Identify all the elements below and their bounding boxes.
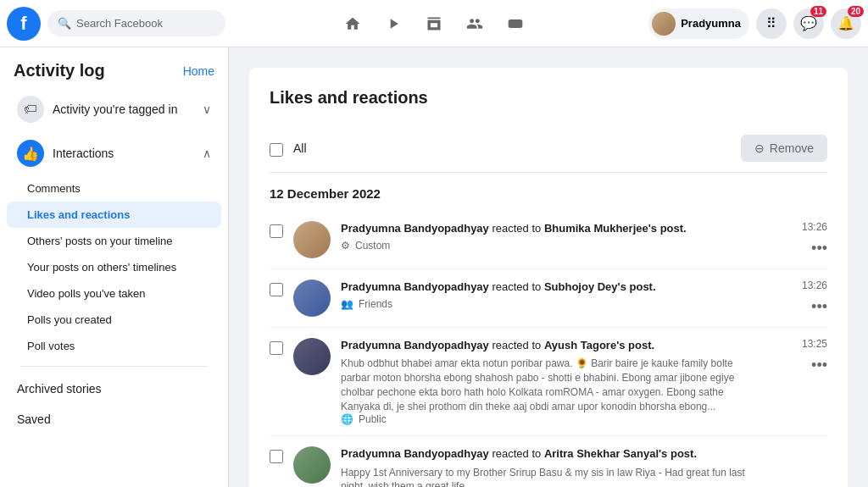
date-section: 12 December 2022: [270, 186, 827, 201]
item-3-checkbox[interactable]: [270, 341, 283, 355]
sidebar-item-tagged[interactable]: 🏷 Activity you're tagged in ∨: [7, 87, 221, 131]
activity-item: Pradyumna Bandyopadhyay reacted to Bhumi…: [270, 211, 827, 269]
item-1-action: reacted to: [492, 222, 543, 235]
item-left: 👍 Interactions: [17, 140, 114, 167]
sidebar-item-saved[interactable]: Saved: [7, 404, 221, 434]
nav-home-button[interactable]: [332, 3, 373, 44]
tagged-chevron: ∨: [203, 102, 211, 116]
nav-video-button[interactable]: [373, 3, 414, 44]
sidebar-sub-video-polls[interactable]: Video polls you've taken: [7, 280, 221, 307]
notifications-badge: 20: [848, 6, 864, 17]
item-3-text: Pradyumna Bandyopadhyay reacted to Ayush…: [341, 338, 792, 353]
item-2-right: 13:26 •••: [802, 279, 827, 316]
item-1-body: Pradyumna Bandyopadhyay reacted to Bhumi…: [341, 221, 792, 252]
archived-stories-label: Archived stories: [17, 382, 102, 396]
nav-groups-button[interactable]: [454, 3, 495, 44]
item-4-preview: Happy 1st Anniversary to my Brother Srir…: [341, 466, 765, 487]
item-1-meta: ⚙ Custom: [341, 240, 792, 252]
item-2-user: Pradyumna Bandyopadhyay: [341, 280, 489, 293]
interactions-label: Interactions: [53, 147, 114, 160]
item-4-user: Pradyumna Bandyopadhyay: [341, 447, 489, 460]
item-3-meta-icon: 🌐: [341, 413, 353, 425]
item-2-checkbox[interactable]: [270, 283, 283, 296]
item-1-target: Bhumika Mukherjee's post.: [544, 222, 687, 235]
remove-button[interactable]: ⊖ Remove: [741, 135, 827, 162]
item-2-meta-label: Friends: [359, 298, 392, 310]
sidebar-home-link[interactable]: Home: [183, 64, 214, 78]
item-1-right: 13:26 •••: [802, 221, 827, 257]
tagged-label: Activity you're tagged in: [53, 102, 177, 116]
sidebar-sub-likes[interactable]: Likes and reactions: [7, 202, 221, 228]
item-3-meta-label: Public: [359, 413, 387, 425]
saved-label: Saved: [17, 412, 51, 426]
sidebar-sub-your-posts[interactable]: Your posts on others' timelines: [7, 254, 221, 280]
content-card: Likes and reactions All ⊖ Remove 12 Dece…: [249, 68, 848, 487]
interactions-chevron: ∧: [203, 147, 211, 160]
item-4-body: Pradyumna Bandyopadhyay reacted to Aritr…: [341, 446, 817, 487]
sidebar-item-archived-stories[interactable]: Archived stories: [7, 374, 221, 404]
messenger-button[interactable]: 💬 11: [793, 8, 824, 39]
item-1-meta-label: Custom: [355, 240, 390, 252]
select-all-left: All: [270, 140, 307, 157]
item-2-body: Pradyumna Bandyopadhyay reacted to Subho…: [341, 279, 792, 310]
nav-gaming-button[interactable]: [495, 3, 536, 44]
item-left: 🏷 Activity you're tagged in: [17, 96, 177, 123]
item-3-user: Pradyumna Bandyopadhyay: [341, 339, 489, 351]
item-4-target: Aritra Shekhar Sanyal's post.: [544, 447, 697, 460]
tagged-icon: 🏷: [17, 96, 44, 123]
notifications-button[interactable]: 🔔 20: [831, 8, 861, 39]
item-1-more-button[interactable]: •••: [811, 240, 827, 257]
item-3-right: 13:25 •••: [802, 338, 827, 374]
nav-center-icons: [236, 3, 632, 44]
item-3-action: reacted to: [492, 339, 543, 351]
item-2-avatar: [293, 279, 331, 317]
item-3-avatar: [293, 338, 331, 375]
item-2-text: Pradyumna Bandyopadhyay reacted to Subho…: [341, 279, 792, 295]
top-navigation: f 🔍 Search Facebook Pradyumna ⠿ 💬: [0, 0, 868, 47]
nav-left: f 🔍 Search Facebook: [7, 7, 236, 41]
nav-marketplace-button[interactable]: [414, 3, 454, 44]
apps-menu-button[interactable]: ⠿: [756, 8, 787, 39]
sidebar-sub-polls-created[interactable]: Polls you created: [7, 307, 221, 333]
item-2-time: 13:26: [802, 279, 827, 291]
remove-icon: ⊖: [754, 141, 765, 155]
sidebar-title: Activity log: [14, 61, 105, 80]
item-4-action: reacted to: [492, 447, 543, 460]
sidebar: Activity log Home 🏷 Activity you're tagg…: [0, 47, 229, 487]
item-4-checkbox[interactable]: [270, 450, 283, 463]
main-content: Likes and reactions All ⊖ Remove 12 Dece…: [229, 47, 868, 487]
item-1-time: 13:26: [802, 221, 827, 233]
item-3-body: Pradyumna Bandyopadhyay reacted to Ayush…: [341, 338, 792, 425]
content-title: Likes and reactions: [270, 88, 827, 108]
select-all-checkbox[interactable]: [270, 143, 283, 157]
user-avatar: [652, 12, 676, 36]
sidebar-header: Activity log Home: [0, 47, 228, 87]
item-2-action: reacted to: [492, 280, 543, 293]
sidebar-sub-comments[interactable]: Comments: [7, 175, 221, 202]
facebook-logo[interactable]: f: [7, 7, 41, 41]
item-1-checkbox[interactable]: [270, 224, 283, 238]
item-2-more-button[interactable]: •••: [811, 298, 827, 316]
item-2-meta: 👥 Friends: [341, 298, 792, 310]
profile-button[interactable]: Pradyumna: [648, 8, 749, 39]
item-3-time: 13:25: [802, 338, 827, 350]
item-3-preview: Khub odbhut bhabei amar ekta notun porib…: [341, 357, 765, 413]
item-left: Archived stories: [17, 382, 102, 396]
search-placeholder: Search Facebook: [76, 17, 163, 30]
search-bar[interactable]: 🔍 Search Facebook: [47, 10, 225, 36]
interactions-icon: 👍: [17, 140, 44, 167]
item-3-meta: 🌐 Public: [341, 413, 792, 425]
main-layout: Activity log Home 🏷 Activity you're tagg…: [0, 47, 868, 487]
activity-item: Pradyumna Bandyopadhyay reacted to Subho…: [270, 269, 827, 328]
messenger-badge: 11: [810, 6, 826, 17]
select-all-label: All: [293, 141, 307, 155]
sidebar-sub-others-posts[interactable]: Others' posts on your timeline: [7, 228, 221, 254]
sidebar-sub-poll-votes[interactable]: Poll votes: [7, 333, 221, 359]
item-3-more-button[interactable]: •••: [811, 357, 827, 374]
item-1-user: Pradyumna Bandyopadhyay: [341, 222, 489, 235]
sidebar-item-interactions[interactable]: 👍 Interactions ∧: [7, 131, 221, 175]
item-4-text: Pradyumna Bandyopadhyay reacted to Aritr…: [341, 446, 817, 462]
item-left: Saved: [17, 412, 51, 426]
activity-item: Pradyumna Bandyopadhyay reacted to Ayush…: [270, 328, 827, 436]
sidebar-divider: [20, 366, 208, 367]
